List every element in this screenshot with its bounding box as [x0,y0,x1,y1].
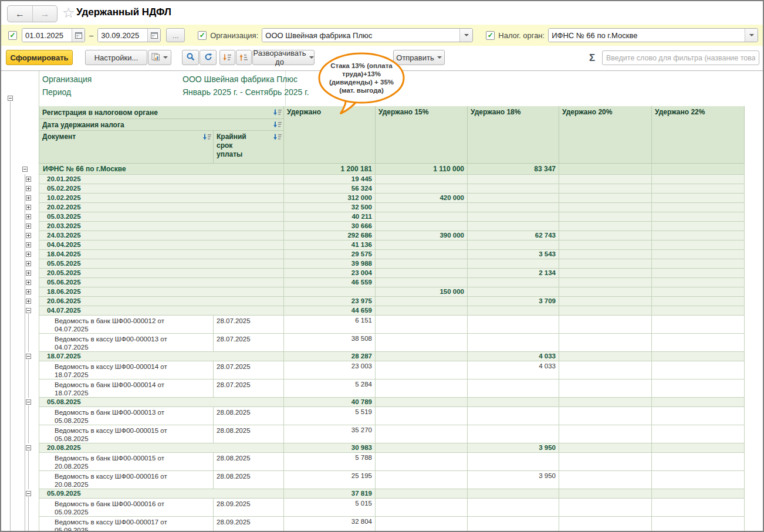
column-header-registration[interactable]: Регистрация в налоговом органе [39,106,284,119]
tax-authority-input[interactable] [549,29,745,42]
report-area: Организация ООО Швейная фабрика Плюс Пер… [1,70,763,531]
row-amount-3 [559,352,652,361]
title-bar: ← → ☆ Удержанный НДФЛ [1,1,763,25]
sort-descending-icon[interactable] [273,109,282,117]
row-amount-2 [468,316,559,334]
expander-plus-icon[interactable] [26,214,31,219]
expander-plus-icon[interactable] [26,223,31,229]
expander-plus-icon[interactable] [26,233,31,238]
calendar-icon[interactable] [147,29,160,42]
expander-minus-icon[interactable] [8,96,13,101]
row-label: Ведомость в кассу ШФ00-000014 от 18.07.2… [39,361,214,379]
expander-plus-icon[interactable] [26,289,31,294]
info-period-value: Январь 2025 г. - Сентябрь 2025 г. [182,87,309,97]
row-amount-1 [376,517,468,531]
row-amount-0: 40 789 [284,398,376,407]
expand-levels-icon[interactable] [236,50,252,65]
search-button[interactable] [182,50,199,65]
row-amount-3 [559,231,652,240]
calendar-icon[interactable] [72,29,84,42]
expander-plus-icon[interactable] [26,177,31,182]
report-variants-button[interactable] [148,50,171,65]
expander-plus-icon[interactable] [26,242,31,248]
organization-checkbox[interactable]: ✓ [198,31,207,40]
row-amount-3 [559,164,652,175]
tax-authority-checkbox[interactable]: ✓ [486,31,495,40]
period-checkbox[interactable]: ✓ [8,31,17,40]
row-amount-3 [559,269,652,278]
column-header-withhold-date[interactable]: Дата удержания налога [39,119,284,131]
expander-minus-icon[interactable] [26,399,31,405]
row-amount-3 [559,259,652,269]
row-label: Ведомость в кассу ШФ00-000015 от 05.08.2… [39,425,214,443]
sort-descending-icon[interactable] [202,134,212,142]
row-label: 04.04.2025 [39,240,284,250]
expander-minus-icon[interactable] [22,167,28,172]
tree-gutter [1,334,39,352]
column-header-withheld-18[interactable]: Удержано 18% [468,106,559,164]
table-row-group: 20.06.202523 9753 709 [1,297,763,306]
expander-plus-icon[interactable] [26,186,31,191]
row-amount-3 [559,443,652,453]
organization-field [262,28,473,42]
period-options-button[interactable]: ... [166,28,185,42]
expander-minus-icon[interactable] [26,308,31,313]
refresh-button[interactable] [200,50,217,65]
date-from-input[interactable] [22,29,72,42]
organization-dropdown-icon[interactable] [459,29,472,42]
tree-gutter [1,231,39,240]
forward-button[interactable]: → [32,6,57,22]
row-label: 05.03.2025 [39,212,284,222]
column-header-document[interactable]: Документ [39,131,214,164]
column-header-deadline[interactable]: Крайний срок уплаты [214,131,284,164]
row-amount-3 [559,334,652,352]
expander-plus-icon[interactable] [26,299,31,304]
sum-sigma-icon[interactable]: Σ [589,52,595,64]
expander-plus-icon[interactable] [26,252,31,257]
expander-plus-icon[interactable] [26,205,31,210]
settings-button[interactable]: Настройки... [85,50,147,65]
column-header-label: Удержано 22% [655,108,705,116]
row-amount-2 [468,212,559,222]
sort-descending-icon[interactable] [273,121,282,130]
row-amount-4 [652,499,745,517]
row-amount-3 [559,184,652,194]
table-row-detail: Ведомость в кассу ШФ00-000015 от 05.08.2… [1,425,763,443]
column-header-withheld-20[interactable]: Удержано 20% [559,106,652,164]
back-button[interactable]: ← [8,6,32,22]
date-to-input[interactable] [98,29,147,42]
expander-minus-icon[interactable] [26,445,31,450]
sort-descending-icon[interactable] [273,134,282,142]
organization-label: Организация: [210,31,258,40]
tree-gutter [1,316,39,334]
row-amount-3 [559,240,652,250]
row-label: Ведомость в кассу ШФ00-000017 от 05.09.2… [39,517,214,531]
row-amount-2: 2 134 [468,269,559,278]
row-label: 24.03.2025 [39,231,284,240]
collapse-levels-icon[interactable] [219,50,235,65]
column-header-withheld-22[interactable]: Удержано 22% [652,106,745,164]
organization-input[interactable] [262,29,459,42]
row-amount-1 [376,259,468,269]
quick-filter-input[interactable] [602,50,759,65]
expander-minus-icon[interactable] [26,491,31,496]
row-amount-4 [652,425,745,443]
favorites-star-icon[interactable]: ☆ [62,5,75,21]
row-amount-2: 3 950 [468,471,559,489]
expander-plus-icon[interactable] [26,270,31,276]
row-amount-4 [652,407,745,425]
row-amount-1 [376,306,468,316]
expander-plus-icon[interactable] [26,280,31,285]
generate-button[interactable]: Сформировать [6,50,73,65]
row-amount-2 [468,240,559,250]
expand-to-button[interactable]: Разворачивать до [252,50,315,65]
expander-plus-icon[interactable] [26,195,31,201]
row-amount-1 [376,453,468,471]
row-amount-1 [376,212,468,222]
table-row-group: 05.08.202540 789 [1,398,763,407]
row-label: 05.02.2025 [39,184,284,194]
nav-buttons: ← → [7,5,58,22]
expander-plus-icon[interactable] [26,261,31,266]
expander-minus-icon[interactable] [26,354,31,359]
tax-authority-dropdown-icon[interactable] [745,29,758,42]
